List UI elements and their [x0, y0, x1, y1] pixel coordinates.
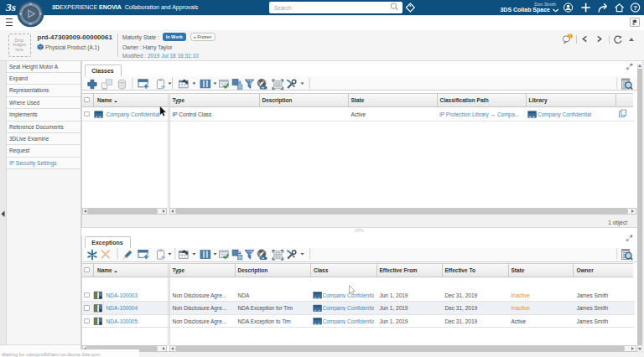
svg-text:3s: 3s	[5, 1, 16, 13]
svg-text:1: 1	[569, 34, 572, 39]
